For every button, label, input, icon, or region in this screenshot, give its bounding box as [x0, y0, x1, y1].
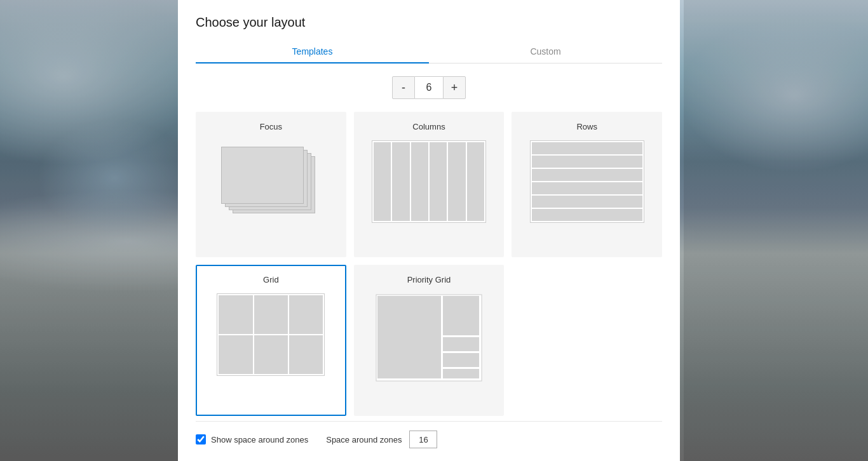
counter-value: 6 [415, 76, 443, 99]
footer-bar: Show space around zones Space around zon… [196, 421, 662, 448]
layout-grid[interactable]: Grid [196, 265, 346, 417]
col-zone-5 [448, 142, 465, 221]
row-zone-5 [532, 196, 642, 208]
grid-preview [217, 293, 325, 376]
layout-columns[interactable]: Columns [354, 112, 505, 257]
svg-rect-4 [443, 353, 479, 367]
focus-card-4 [221, 147, 304, 204]
zone-counter: - 6 + [196, 76, 662, 99]
show-space-checkbox[interactable] [196, 434, 206, 444]
row-zone-4 [532, 182, 642, 194]
rows-preview [530, 140, 644, 223]
svg-rect-8 [416, 357, 441, 378]
space-around-zones-label: Space around zones [326, 435, 402, 444]
focus-preview [220, 147, 322, 217]
grid-zone-3 [289, 295, 323, 334]
overlay-left [0, 0, 178, 461]
grid-label: Grid [263, 275, 279, 284]
col-zone-4 [430, 142, 447, 221]
focus-label: Focus [260, 122, 282, 131]
svg-rect-3 [443, 337, 479, 351]
decrement-button[interactable]: - [392, 76, 415, 99]
show-space-checkbox-wrapper: Show space around zones [196, 434, 308, 444]
col-zone-1 [374, 142, 391, 221]
layout-priority-grid[interactable]: Priority Grid [354, 265, 505, 417]
columns-label: Columns [412, 122, 445, 131]
rows-label: Rows [576, 122, 597, 131]
tab-templates[interactable]: Templates [196, 40, 429, 63]
grid-zone-4 [219, 335, 252, 374]
tabs-container: Templates Custom [196, 40, 662, 63]
priority-grid-svg [375, 293, 483, 382]
grid-zone-2 [254, 295, 288, 334]
space-around-value-input[interactable] [409, 431, 437, 448]
increment-button[interactable]: + [443, 76, 466, 99]
dialog-title: Choose your layout [196, 15, 662, 30]
grid-zone-1 [219, 295, 252, 334]
row-zone-3 [532, 169, 642, 181]
grid-zone-5 [254, 335, 288, 374]
svg-rect-5 [443, 369, 479, 378]
svg-rect-2 [443, 296, 479, 335]
overlay-right [684, 0, 868, 461]
svg-rect-7 [377, 357, 414, 378]
priority-grid-label: Priority Grid [407, 275, 451, 284]
priority-grid-preview [375, 293, 483, 382]
tab-custom[interactable]: Custom [429, 40, 662, 63]
row-zone-6 [532, 209, 642, 221]
layouts-grid: Focus Columns Rows [196, 112, 662, 416]
layout-dialog: Choose your layout Templates Custom - 6 … [178, 0, 680, 461]
layout-rows[interactable]: Rows [512, 112, 662, 257]
row-zone-1 [532, 142, 642, 154]
col-zone-2 [392, 142, 409, 221]
col-zone-6 [467, 142, 484, 221]
show-space-label[interactable]: Show space around zones [211, 435, 308, 444]
row-zone-2 [532, 156, 642, 168]
col-zone-3 [411, 142, 428, 221]
columns-preview [372, 140, 486, 223]
layout-focus[interactable]: Focus [196, 112, 346, 257]
grid-zone-6 [289, 335, 323, 374]
